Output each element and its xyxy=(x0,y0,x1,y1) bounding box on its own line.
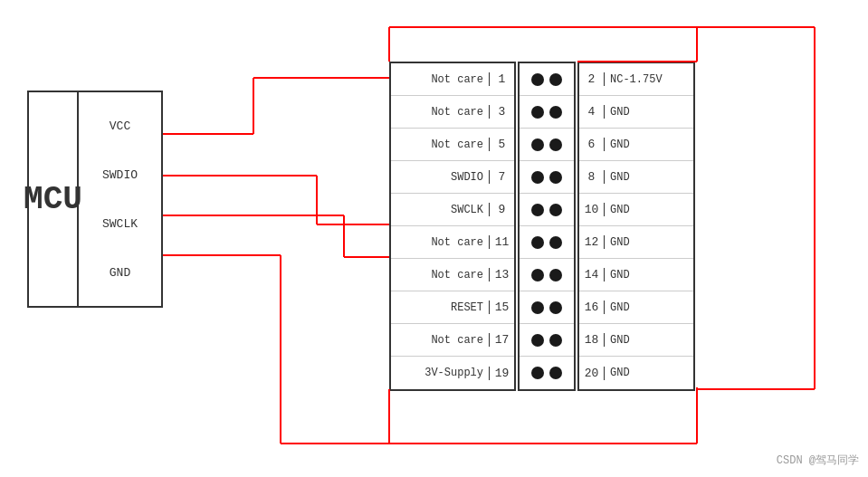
dot-right-17 xyxy=(549,334,562,347)
dot-right-13 xyxy=(549,269,562,281)
pin-number-right-2: 2 xyxy=(579,72,605,86)
dot-left-13 xyxy=(531,269,544,281)
connector-left-row-13: Not care13 xyxy=(391,259,514,291)
dot-right-7 xyxy=(549,171,562,184)
pin-number-right-8: 8 xyxy=(579,170,605,184)
pin-number-right-4: 4 xyxy=(579,105,605,119)
connector-left-row-9: SWCLK9 xyxy=(391,194,514,226)
connector-right: 2NC-1.75V4GND6GND8GND10GND12GND14GND16GN… xyxy=(577,62,695,391)
dot-right-19 xyxy=(549,367,562,379)
pin-number-19: 19 xyxy=(489,367,514,380)
pin-label-right-6: GND xyxy=(605,138,693,151)
dot-left-1 xyxy=(531,73,544,86)
dots-row-13 xyxy=(520,259,574,291)
connector-left-row-19: 3V-Supply19 xyxy=(391,357,514,389)
pin-number-right-18: 18 xyxy=(579,333,605,347)
pin-number-right-14: 14 xyxy=(579,268,605,281)
pin-number-right-20: 20 xyxy=(579,367,605,380)
dots-row-11 xyxy=(520,226,574,259)
pin-number-9: 9 xyxy=(489,203,514,216)
diagram: MCU VCCSWDIOSWCLKGND Not care1Not care3N… xyxy=(0,0,868,477)
pin-label-15: RESET xyxy=(391,301,489,314)
pin-label-right-18: GND xyxy=(605,334,693,347)
pin-number-right-12: 12 xyxy=(579,235,605,249)
pin-label-right-14: GND xyxy=(605,269,693,281)
connector-right-row-14: 14GND xyxy=(579,259,693,291)
pin-number-17: 17 xyxy=(489,333,514,347)
dots-row-3 xyxy=(520,96,574,129)
dot-right-9 xyxy=(549,204,562,216)
watermark: CSDN @驾马同学 xyxy=(777,453,859,468)
connector-left-row-7: SWDIO7 xyxy=(391,161,514,194)
dots-row-17 xyxy=(520,324,574,357)
pin-number-right-6: 6 xyxy=(579,138,605,151)
dots-row-7 xyxy=(520,161,574,194)
dots-row-9 xyxy=(520,194,574,226)
pin-label-19: 3V-Supply xyxy=(391,367,489,379)
connector-left-row-3: Not care3 xyxy=(391,96,514,129)
mcu-pins: VCCSWDIOSWCLKGND xyxy=(79,92,161,306)
connector-right-row-4: 4GND xyxy=(579,96,693,129)
mcu-label: MCU xyxy=(24,181,82,218)
pin-number-right-10: 10 xyxy=(579,203,605,216)
connector-right-row-8: 8GND xyxy=(579,161,693,194)
connector-left-row-11: Not care11 xyxy=(391,226,514,259)
pin-label-right-10: GND xyxy=(605,204,693,216)
pin-label-right-2: NC-1.75V xyxy=(605,73,693,86)
connector-right-row-12: 12GND xyxy=(579,226,693,259)
connector-left: Not care1Not care3Not care5SWDIO7SWCLK9N… xyxy=(389,62,516,391)
pin-label-17: Not care xyxy=(391,334,489,347)
mcu-box: MCU VCCSWDIOSWCLKGND xyxy=(27,91,163,308)
pin-label-right-16: GND xyxy=(605,301,693,314)
pin-label-11: Not care xyxy=(391,236,489,249)
pin-number-1: 1 xyxy=(489,72,514,86)
pin-number-3: 3 xyxy=(489,105,514,119)
connector-left-row-17: Not care17 xyxy=(391,324,514,357)
dot-right-1 xyxy=(549,73,562,86)
pin-label-9: SWCLK xyxy=(391,204,489,216)
dot-left-3 xyxy=(531,106,544,119)
dot-right-15 xyxy=(549,301,562,314)
mcu-pin-vcc: VCC xyxy=(79,115,161,137)
connector-left-row-1: Not care1 xyxy=(391,63,514,96)
pin-number-5: 5 xyxy=(489,138,514,151)
pin-label-3: Not care xyxy=(391,106,489,119)
pin-number-right-16: 16 xyxy=(579,301,605,314)
connector-right-row-20: 20GND xyxy=(579,357,693,389)
mcu-pin-gnd: GND xyxy=(79,262,161,283)
dot-right-11 xyxy=(549,236,562,249)
connector-right-row-10: 10GND xyxy=(579,194,693,226)
pin-number-13: 13 xyxy=(489,268,514,281)
dot-left-19 xyxy=(531,367,544,379)
dots-area xyxy=(518,62,576,391)
dot-right-5 xyxy=(549,138,562,151)
pin-label-1: Not care xyxy=(391,73,489,86)
mcu-label-area: MCU xyxy=(29,92,79,306)
pin-label-5: Not care xyxy=(391,138,489,151)
dots-row-19 xyxy=(520,357,574,389)
dot-left-9 xyxy=(531,204,544,216)
mcu-pin-swclk: SWCLK xyxy=(79,213,161,234)
connector-left-row-15: RESET15 xyxy=(391,291,514,324)
pin-label-right-12: GND xyxy=(605,236,693,249)
pin-number-11: 11 xyxy=(489,235,514,249)
dot-right-3 xyxy=(549,106,562,119)
pin-number-15: 15 xyxy=(489,301,514,314)
dots-row-1 xyxy=(520,63,574,96)
dot-left-15 xyxy=(531,301,544,314)
pin-label-right-4: GND xyxy=(605,106,693,119)
pin-label-right-8: GND xyxy=(605,171,693,184)
connector-right-row-6: 6GND xyxy=(579,129,693,161)
dot-left-5 xyxy=(531,138,544,151)
dots-row-15 xyxy=(520,291,574,324)
connector-left-row-5: Not care5 xyxy=(391,129,514,161)
pin-number-7: 7 xyxy=(489,170,514,184)
pin-label-7: SWDIO xyxy=(391,171,489,184)
pin-label-13: Not care xyxy=(391,269,489,281)
pin-label-right-20: GND xyxy=(605,367,693,379)
connector-right-row-18: 18GND xyxy=(579,324,693,357)
dot-left-17 xyxy=(531,334,544,347)
dot-left-7 xyxy=(531,171,544,184)
dots-row-5 xyxy=(520,129,574,161)
connector-right-row-2: 2NC-1.75V xyxy=(579,63,693,96)
